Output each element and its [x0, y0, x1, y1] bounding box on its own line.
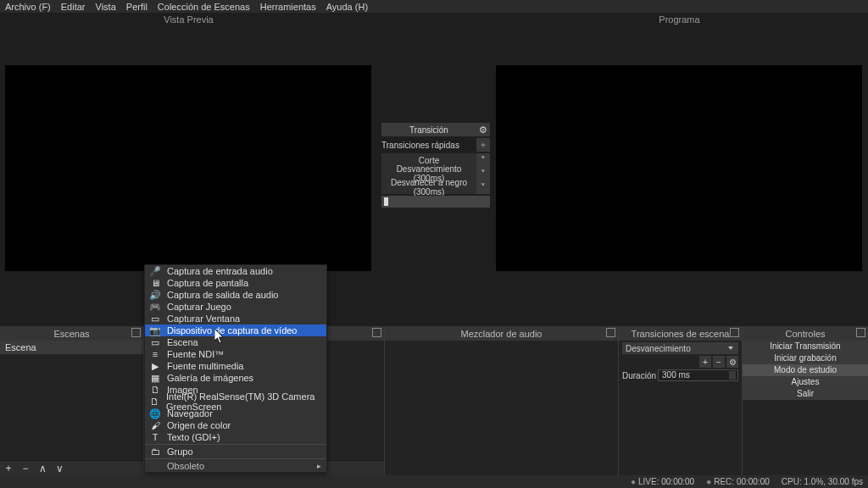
ctx-item-label: Captura de pantalla: [167, 278, 248, 288]
source-type-icon: 📷: [150, 325, 160, 336]
source-type-icon: 🎮: [150, 302, 160, 313]
ctx-item[interactable]: 🎤Captura de entrada audio: [145, 265, 326, 277]
status-cpu: CPU: 1.0%, 30.00 fps: [782, 477, 863, 486]
ctx-item[interactable]: 🔊Captura de salida de audio: [145, 289, 326, 301]
status-live: LIVE: 00:00:00: [631, 477, 694, 486]
preview-viewport[interactable]: [5, 65, 371, 271]
menu-herramientas[interactable]: Herramientas: [260, 2, 316, 12]
dock-scene-transitions: Transiciones de escena Desvanecimiento +…: [619, 326, 743, 475]
settings-button[interactable]: Ajustes: [743, 376, 868, 388]
ctx-item-label: Escena: [167, 337, 198, 347]
dock-title: Controles: [785, 329, 825, 339]
ctx-item[interactable]: TTexto (GDI+): [145, 431, 326, 443]
chevron-down-icon[interactable]: ˅: [476, 180, 490, 194]
ctx-item[interactable]: ▶Fuente multimedia: [145, 360, 326, 372]
transition-button[interactable]: Transición ⚙: [381, 123, 490, 136]
status-rec: REC: 00:00:00: [706, 477, 770, 486]
transition-add-button[interactable]: +: [699, 356, 711, 368]
studio-mode-button[interactable]: Modo de estudio: [743, 364, 868, 376]
ctx-item-label: Origen de color: [167, 420, 231, 430]
dock-title: Mezclador de audio: [460, 329, 542, 339]
preview-label: Vista Previa: [0, 13, 377, 28]
source-type-icon: 🖥: [150, 278, 160, 288]
quick-transition-item[interactable]: Desvanecer a negro (300ms) ˅: [381, 180, 490, 194]
source-type-icon: 🎤: [150, 266, 160, 277]
start-record-button[interactable]: Iniciar grabación: [743, 352, 868, 364]
dock-popout-icon[interactable]: [131, 328, 141, 337]
source-type-icon: ▶: [150, 361, 160, 372]
menu-perfil[interactable]: Perfil: [126, 2, 147, 12]
transition-remove-button[interactable]: −: [713, 356, 725, 368]
program-label: Programa: [491, 13, 868, 28]
dock-controls: Controles Iniciar Transmisión Iniciar gr…: [743, 326, 868, 475]
source-type-icon: 🖌: [150, 420, 160, 430]
chevron-down-icon[interactable]: ˅: [476, 153, 490, 167]
gear-icon[interactable]: ⚙: [476, 123, 490, 136]
add-scene-button[interactable]: +: [3, 463, 14, 474]
ctx-item[interactable]: 📷Dispositivo de captura de vídeo: [145, 324, 326, 336]
ctx-item-label: Fuente multimedia: [167, 361, 244, 371]
ctx-item[interactable]: ≡Fuente NDI™: [145, 348, 326, 360]
transition-settings-button[interactable]: ⚙: [726, 356, 738, 368]
ctx-item-label: Capturar Juego: [167, 302, 231, 312]
dock-title: Transiciones de escena: [632, 329, 730, 339]
chevron-down-icon[interactable]: ˅: [476, 167, 490, 180]
source-type-icon: 🌐: [150, 408, 160, 419]
menu-editar[interactable]: Editar: [61, 2, 86, 12]
remove-scene-button[interactable]: −: [20, 463, 31, 474]
plus-icon[interactable]: ＋: [476, 138, 490, 152]
ctx-item-label: Fuente NDI™: [167, 349, 224, 359]
ctx-item-obsolete[interactable]: Obsoleto: [145, 460, 326, 472]
status-bar: LIVE: 00:00:00 REC: 00:00:00 CPU: 1.0%, …: [0, 475, 868, 488]
ctx-item-label: Texto (GDI+): [167, 432, 220, 442]
ctx-item[interactable]: ▭Capturar Ventana: [145, 313, 326, 324]
ctx-item[interactable]: 🖌Origen de color: [145, 419, 326, 431]
menu-archivo[interactable]: Archivo (F): [5, 2, 51, 12]
scene-down-button[interactable]: ∨: [54, 463, 64, 474]
menubar: Archivo (F) Editar Vista Perfil Colecció…: [0, 0, 868, 13]
ctx-item[interactable]: 🖥Captura de pantalla: [145, 277, 326, 289]
ctx-item-label: Captura de entrada audio: [167, 266, 273, 276]
dock-popout-icon[interactable]: [606, 328, 615, 337]
source-type-icon: ≡: [150, 349, 160, 359]
dock-scenes: Escenas Escena + − ∧ ∨: [0, 326, 144, 475]
transition-column: Transición ⚙ Transiciones rápidas ＋ Cort…: [381, 123, 490, 208]
ctx-item-group[interactable]: 🗀Grupo: [145, 446, 326, 458]
sources-add-menu[interactable]: 🎤Captura de entrada audio🖥Captura de pan…: [144, 264, 327, 473]
start-stream-button[interactable]: Iniciar Transmisión: [743, 341, 868, 352]
ctx-item[interactable]: ▦Galería de imágenes: [145, 372, 326, 384]
transition-select[interactable]: Desvanecimiento: [622, 342, 738, 354]
ctx-item[interactable]: 🎮Capturar Juego: [145, 301, 326, 313]
duration-input[interactable]: 300 ms: [658, 369, 738, 381]
dock-mixer: Mezclador de audio: [385, 326, 619, 475]
source-type-icon: 🗋: [150, 396, 159, 407]
quick-transitions-label: Transiciones rápidas ＋: [381, 136, 490, 153]
ctx-item-label: Capturar Ventana: [167, 313, 240, 324]
source-type-icon: ▦: [150, 373, 160, 384]
source-type-icon: 🔊: [150, 290, 160, 301]
source-type-icon: 🗋: [150, 385, 160, 395]
scene-up-button[interactable]: ∧: [37, 463, 47, 474]
source-type-icon: ▭: [150, 313, 160, 324]
menu-vista[interactable]: Vista: [96, 2, 116, 12]
dock-popout-icon[interactable]: [372, 328, 381, 337]
duration-label: Duración: [622, 371, 656, 380]
menu-ayuda[interactable]: Ayuda (H): [326, 2, 368, 12]
exit-button[interactable]: Salir: [743, 388, 868, 400]
dock-title: Escenas: [53, 329, 89, 339]
ctx-item-label: Dispositivo de captura de vídeo: [167, 325, 297, 336]
ctx-item[interactable]: 🗋Intel(R) RealSense(TM) 3D Camera GreenS…: [145, 396, 326, 408]
ctx-item-label: Galería de imágenes: [167, 373, 253, 383]
source-type-icon: ▭: [150, 337, 160, 348]
menu-coleccion[interactable]: Colección de Escenas: [158, 2, 250, 12]
source-type-icon: T: [150, 432, 160, 442]
folder-icon: 🗀: [150, 446, 160, 457]
dock-popout-icon[interactable]: [856, 328, 865, 337]
ctx-item-label: Navegador: [167, 408, 213, 419]
transition-slider[interactable]: [381, 196, 490, 208]
ctx-item[interactable]: ▭Escena: [145, 336, 326, 348]
dock-popout-icon[interactable]: [730, 328, 739, 337]
program-viewport[interactable]: [496, 65, 862, 271]
scene-item[interactable]: Escena: [0, 341, 143, 354]
ctx-item-label: Grupo: [167, 446, 193, 457]
